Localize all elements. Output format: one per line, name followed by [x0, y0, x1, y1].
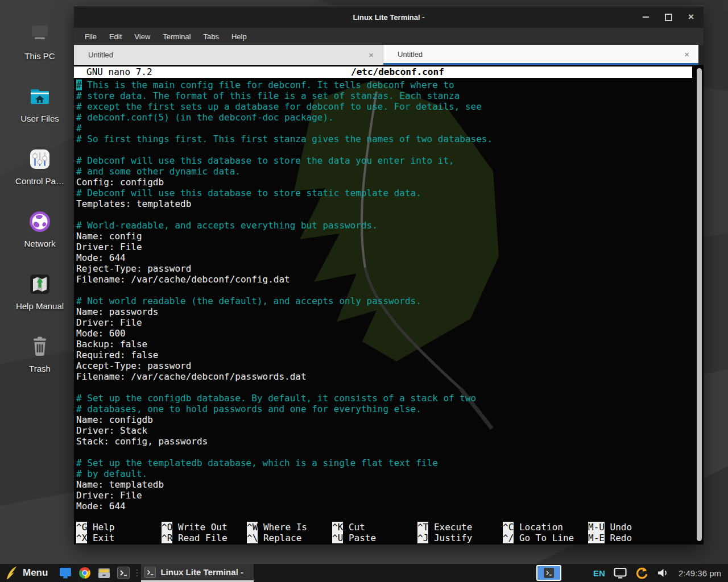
terminal-line: # databases, one to hold passwords and o… — [76, 404, 692, 414]
minimize-icon — [643, 16, 649, 18]
terminal-icon — [544, 568, 554, 578]
display-launcher-icon[interactable] — [58, 566, 73, 580]
terminal-line: Required: false — [76, 350, 692, 360]
nano-shortcut: ^R Read File — [162, 533, 228, 543]
nano-shortcut: M-E Redo — [588, 533, 632, 543]
terminal-line: Reject-Type: password — [76, 263, 692, 274]
file-manager-icon[interactable] — [97, 566, 111, 580]
nano-file-path: /etc/debconf.conf — [351, 66, 444, 78]
taskbar-task-terminal[interactable]: Linux Lite Terminal - — [141, 564, 254, 582]
terminal-line — [76, 285, 692, 296]
terminal-line: Name: configdb — [76, 414, 692, 425]
help-manual-icon — [26, 271, 53, 298]
desktop-icon-label: User Files — [20, 114, 59, 123]
terminal-line: Driver: File — [76, 242, 692, 252]
tray-terminal-preview[interactable] — [536, 565, 561, 581]
terminal-line: # store data. The format of this file is… — [76, 90, 692, 101]
desktop-icon-network[interactable]: Network — [5, 208, 75, 249]
terminal-line: Mode: 600 — [76, 328, 692, 339]
window-titlebar[interactable]: Linux Lite Terminal - × — [74, 6, 704, 28]
tab-untitled-2[interactable]: Untitled × — [383, 45, 698, 65]
terminal-line: Mode: 644 — [76, 501, 692, 512]
desktop-icon-label: Control Pa… — [15, 176, 64, 186]
volume-icon[interactable] — [656, 567, 669, 579]
chrome-icon[interactable] — [77, 566, 92, 580]
desktop-icon-user-files[interactable]: User Files — [5, 83, 75, 124]
maximize-button[interactable] — [664, 13, 673, 22]
nano-shortcut: ^K Cut — [332, 522, 365, 533]
tab-untitled-1[interactable]: Untitled × — [74, 45, 383, 65]
close-button[interactable]: × — [686, 13, 696, 22]
nano-version: GNU nano 7.2 — [74, 66, 152, 77]
terminal-line — [76, 447, 692, 458]
minimize-button[interactable] — [641, 13, 650, 22]
terminal-line: # and some other dynamic data. — [76, 166, 692, 177]
terminal-line: Driver: Stack — [76, 425, 692, 436]
terminal-line: Driver: File — [76, 490, 692, 501]
menu-button[interactable]: Menu — [23, 567, 48, 579]
nano-shortcut-bar: ^G Help^O Write Out^W Where Is^K Cut^T E… — [76, 522, 692, 543]
terminal-line: # This is the main config file for debco… — [76, 80, 692, 90]
terminal-scrollbar[interactable] — [697, 68, 702, 541]
desktop-icon-label: Help Manual — [16, 301, 64, 311]
linux-lite-logo-icon — [5, 566, 18, 580]
nano-shortcut: ^\ Replace — [247, 533, 301, 543]
terminal-line: # Debconf will use this database to stor… — [76, 188, 692, 198]
shortcuts-row1: ^G Help^O Write Out^W Where Is^K Cut^T E… — [76, 522, 692, 533]
tab-label: Untitled — [74, 51, 113, 59]
terminal-line: Name: templatedb — [76, 479, 692, 490]
nano-shortcut: ^U Paste — [332, 533, 376, 543]
menu-edit[interactable]: Edit — [103, 30, 128, 44]
terminal-line: Name: passwords — [76, 306, 692, 317]
terminal-launcher-icon[interactable] — [116, 566, 131, 580]
terminal-screen[interactable]: GNU nano 7.2 /etc/debconf.conf # This is… — [74, 65, 704, 544]
terminal-line — [76, 382, 692, 393]
keyboard-layout-indicator[interactable]: EN — [593, 568, 605, 578]
desktop-icon-trash[interactable]: Trash — [5, 333, 75, 374]
terminal-line: # — [76, 123, 692, 134]
desktop-icon-label: Trash — [29, 364, 51, 373]
nano-shortcut: ^T Execute — [417, 522, 472, 533]
close-icon: × — [688, 13, 694, 22]
terminal-line: # So first things first. This first stan… — [76, 134, 692, 144]
desktop-icon-label: Network — [24, 239, 55, 248]
terminal-line: # debconf.conf(5) (in the debconf-doc pa… — [76, 112, 692, 123]
tab-close-icon[interactable]: × — [684, 49, 689, 59]
nano-shortcut: ^C Location — [503, 522, 563, 533]
menu-terminal[interactable]: Terminal — [156, 30, 197, 44]
nano-shortcut: ^G Help — [76, 522, 114, 533]
terminal-line: Stack: config, passwords — [76, 436, 692, 447]
nano-header: GNU nano 7.2 /etc/debconf.conf — [74, 66, 692, 78]
desktop-icon-this-pc[interactable]: This PC — [5, 20, 75, 61]
task-button-label: Linux Lite Terminal - — [160, 567, 243, 577]
taskbar: Menu — [0, 564, 728, 582]
terminal-line: # Set up the templatedb database, which … — [76, 458, 692, 468]
menu-file[interactable]: File — [78, 30, 103, 44]
display-settings-icon[interactable] — [614, 567, 627, 579]
nano-shortcut: M-U Undo — [588, 522, 632, 533]
terminal-line: # World-readable, and accepts everything… — [76, 220, 692, 231]
terminal-lines: # This is the main config file for debco… — [76, 80, 692, 512]
clock[interactable]: 2:49:36 pm — [679, 568, 721, 578]
terminal-line: # Debconf will use this database to stor… — [76, 155, 692, 166]
window-title: Linux Lite Terminal - — [353, 13, 424, 22]
menu-view[interactable]: View — [128, 30, 156, 44]
desktop-icon-help-manual[interactable]: Help Manual — [5, 271, 75, 311]
menu-help[interactable]: Help — [225, 30, 253, 44]
terminal-icon — [144, 567, 156, 578]
nano-shortcut: ^/ Go To Line — [503, 533, 574, 543]
desktop-icon-control-panel[interactable]: Control Pa… — [5, 146, 75, 186]
menu-tabs[interactable]: Tabs — [197, 30, 225, 44]
terminal-line: Templates: templatedb — [76, 198, 692, 209]
terminal-cursor: # — [76, 80, 82, 90]
terminal-line: Mode: 644 — [76, 252, 692, 263]
computer-icon — [26, 20, 53, 48]
terminal-line — [76, 144, 692, 155]
terminal-line: Driver: File — [76, 317, 692, 328]
tab-close-icon[interactable]: × — [369, 50, 374, 60]
nano-shortcut: ^X Exit — [76, 533, 114, 543]
tab-label: Untitled — [383, 50, 423, 59]
terminal-line: Accept-Type: password — [76, 360, 692, 371]
terminal-line: Backup: false — [76, 339, 692, 350]
updates-icon[interactable] — [635, 566, 648, 580]
